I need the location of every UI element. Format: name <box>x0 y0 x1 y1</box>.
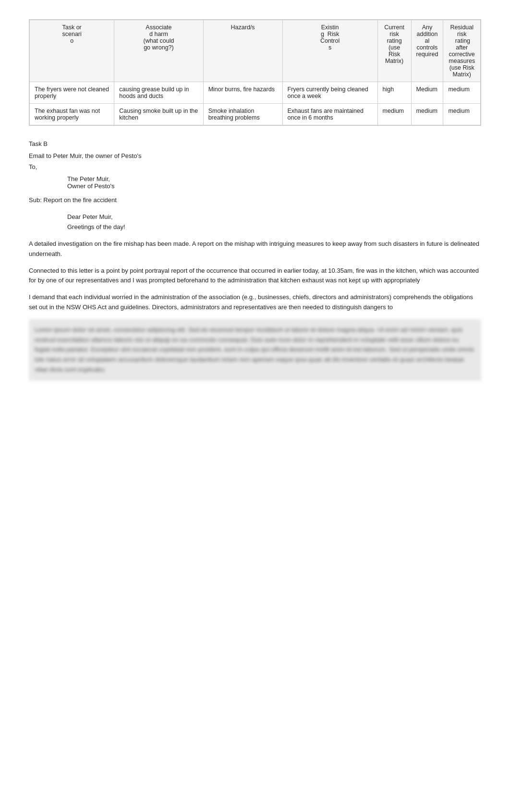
cell-harm-1: causing grease build up in hoods and duc… <box>114 82 203 104</box>
paragraph-3: I demand that each individual worried in… <box>29 292 481 313</box>
email-intro: Email to Peter Muir, the owner of Pesto'… <box>29 152 481 159</box>
blurred-content: Lorem ipsum dolor sit amet, consectetur … <box>29 319 481 381</box>
paragraph-1: A detailed investigation on the fire mis… <box>29 239 481 259</box>
table-row: The exhaust fan was not working properly… <box>30 104 481 125</box>
col-header-harm: Associated harm(what couldgo wrong?) <box>114 20 203 82</box>
cell-task-1: The fryers were not cleaned properly <box>30 82 114 104</box>
col-header-current-rating: Currentriskrating(use RiskMatrix) <box>377 20 411 82</box>
cell-additional-2: medium <box>411 104 443 125</box>
recipient-block: The Peter Muir, Owner of Pesto's <box>67 175 481 190</box>
table-row: The fryers were not cleaned properly cau… <box>30 82 481 104</box>
dear-line: Dear Peter Muir, <box>67 213 481 220</box>
cell-additional-1: Medium <box>411 82 443 104</box>
task-b-label: Task B <box>29 140 481 147</box>
cell-residual-1: medium <box>443 82 481 104</box>
col-header-task: Task orscenario <box>30 20 114 82</box>
paragraph-2: Connected to this letter is a point by p… <box>29 266 481 286</box>
col-header-hazard: Hazard/s <box>203 20 282 82</box>
cell-current-rating-1: high <box>377 82 411 104</box>
cell-residual-2: medium <box>443 104 481 125</box>
blurred-text: Lorem ipsum dolor sit amet, consectetur … <box>35 326 474 373</box>
risk-table: Task orscenario Associated harm(what cou… <box>29 19 481 126</box>
cell-harm-2: Causing smoke built up in the kitchen <box>114 104 203 125</box>
dear-text: Dear Peter Muir, <box>67 213 481 220</box>
to-label: To, <box>29 163 481 170</box>
greeting-text: Greetings of the day! <box>67 223 481 230</box>
col-header-residual-rating: Residualrisk ratingaftercorrectivemeasur… <box>443 20 481 82</box>
greeting-block: Greetings of the day! <box>67 223 481 230</box>
cell-existing-2: Exhaust fans are maintained once in 6 mo… <box>282 104 377 125</box>
cell-hazard-2: Smoke inhalation breathing problems <box>203 104 282 125</box>
cell-existing-1: Fryers currently being cleaned once a we… <box>282 82 377 104</box>
col-header-additional-controls: Anyadditionalcontrolsrequired <box>411 20 443 82</box>
cell-hazard-1: Minor burns, fire hazards <box>203 82 282 104</box>
cell-task-2: The exhaust fan was not working properly <box>30 104 114 125</box>
sub-line: Sub: Report on the fire accident <box>29 196 481 204</box>
col-header-existing-controls: Existing RiskControls <box>282 20 377 82</box>
cell-current-rating-2: medium <box>377 104 411 125</box>
table-header-row: Task orscenario Associated harm(what cou… <box>30 20 481 82</box>
recipient-name: The Peter Muir, <box>67 175 481 182</box>
recipient-title: Owner of Pesto's <box>67 182 481 190</box>
